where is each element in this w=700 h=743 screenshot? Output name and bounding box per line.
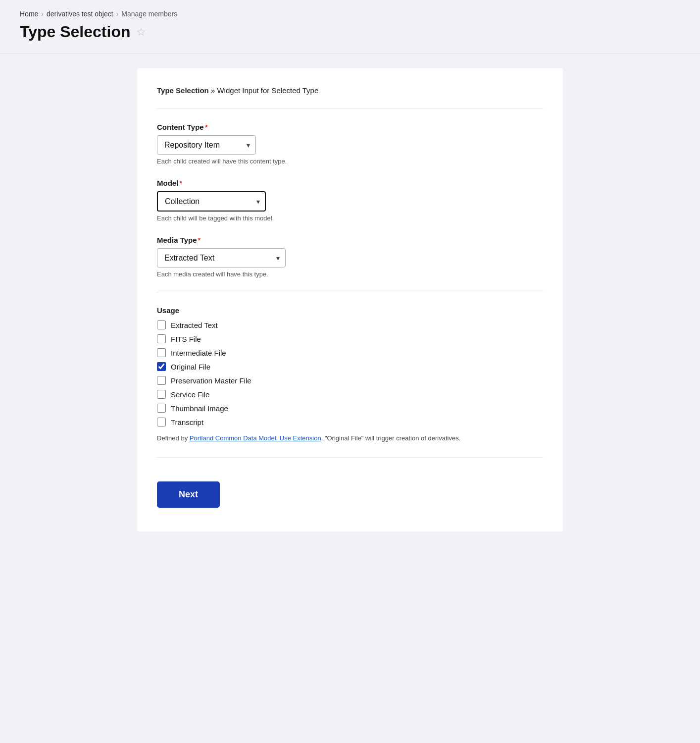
usage-item-intermediate-file[interactable]: Intermediate File [157, 348, 543, 357]
form-breadcrumb-step: Type Selection [157, 86, 209, 95]
media-type-select[interactable]: Extracted Text FITS File Intermediate Fi… [157, 248, 286, 267]
content-type-required: * [205, 123, 208, 131]
usage-checkbox-list: Extracted Text FITS File Intermediate Fi… [157, 320, 543, 426]
usage-label-extracted-text: Extracted Text [171, 321, 218, 329]
form-breadcrumb-sub: Widget Input for Selected Type [217, 86, 318, 95]
favorite-star-icon[interactable]: ☆ [136, 26, 146, 39]
model-section: Model* Collection Image Document Audio V… [157, 179, 543, 222]
model-select[interactable]: Collection Image Document Audio Video [157, 191, 266, 212]
usage-checkbox-intermediate-file[interactable] [157, 348, 166, 357]
model-required: * [179, 179, 182, 187]
usage-item-extracted-text[interactable]: Extracted Text [157, 320, 543, 329]
media-type-required: * [198, 236, 201, 244]
content-type-hint: Each child created will have this conten… [157, 158, 543, 165]
usage-note-link[interactable]: Portland Common Data Model: Use Extensio… [190, 434, 321, 442]
next-button[interactable]: Next [157, 481, 220, 508]
usage-note-suffix: . "Original File" will trigger creation … [321, 434, 461, 442]
content-type-label: Content Type* [157, 123, 543, 131]
usage-checkbox-extracted-text[interactable] [157, 320, 166, 329]
usage-label-intermediate-file: Intermediate File [171, 349, 226, 357]
media-type-section: Media Type* Extracted Text FITS File Int… [157, 236, 543, 278]
content-type-section: Content Type* Repository Item Collection… [157, 123, 543, 165]
breadcrumb-sep-2: › [116, 10, 119, 18]
usage-checkbox-fits-file[interactable] [157, 334, 166, 343]
media-type-label: Media Type* [157, 236, 543, 244]
media-type-hint: Each media created will have this type. [157, 270, 543, 278]
usage-checkbox-service-file[interactable] [157, 390, 166, 399]
header-bar: Home › derivatives test object › Manage … [0, 0, 700, 53]
breadcrumb-action: Manage members [121, 10, 177, 18]
usage-section: Usage Extracted Text FITS File Intermedi… [157, 306, 543, 443]
usage-item-thumbnail-image[interactable]: Thumbnail Image [157, 404, 543, 413]
usage-label-preservation-master: Preservation Master File [171, 376, 251, 385]
usage-checkbox-original-file[interactable] [157, 362, 166, 371]
usage-label-service-file: Service File [171, 390, 209, 399]
usage-label: Usage [157, 306, 543, 315]
usage-item-original-file[interactable]: Original File [157, 362, 543, 371]
form-breadcrumb-separator: » [211, 86, 217, 95]
usage-label-original-file: Original File [171, 363, 210, 371]
breadcrumb-object[interactable]: derivatives test object [47, 10, 113, 18]
model-label: Model* [157, 179, 543, 187]
usage-item-fits-file[interactable]: FITS File [157, 334, 543, 343]
model-select-wrapper: Collection Image Document Audio Video ▾ [157, 191, 266, 212]
usage-note: Defined by Portland Common Data Model: U… [157, 433, 543, 443]
usage-item-preservation-master[interactable]: Preservation Master File [157, 376, 543, 385]
breadcrumb-home[interactable]: Home [20, 10, 38, 18]
usage-label-fits-file: FITS File [171, 335, 201, 343]
main-content: Type Selection » Widget Input for Select… [137, 68, 563, 531]
usage-note-prefix: Defined by [157, 434, 190, 442]
divider-usage [157, 292, 543, 292]
usage-label-transcript: Transcript [171, 418, 203, 426]
usage-checkbox-thumbnail-image[interactable] [157, 404, 166, 413]
breadcrumb: Home › derivatives test object › Manage … [20, 10, 680, 18]
divider-top [157, 108, 543, 109]
content-type-select[interactable]: Repository Item Collection Media [157, 135, 256, 155]
page-title: Type Selection [20, 23, 130, 41]
usage-label-thumbnail-image: Thumbnail Image [171, 404, 228, 413]
breadcrumb-sep-1: › [41, 10, 44, 18]
usage-item-transcript[interactable]: Transcript [157, 418, 543, 426]
usage-checkbox-preservation-master[interactable] [157, 376, 166, 385]
model-hint: Each child will be tagged with this mode… [157, 214, 543, 222]
page-title-row: Type Selection ☆ [20, 23, 680, 41]
form-breadcrumb: Type Selection » Widget Input for Select… [157, 86, 543, 95]
usage-checkbox-transcript[interactable] [157, 418, 166, 426]
media-type-select-wrapper: Extracted Text FITS File Intermediate Fi… [157, 248, 286, 267]
divider-bottom [157, 457, 543, 458]
usage-item-service-file[interactable]: Service File [157, 390, 543, 399]
content-type-select-wrapper: Repository Item Collection Media ▾ [157, 135, 256, 155]
